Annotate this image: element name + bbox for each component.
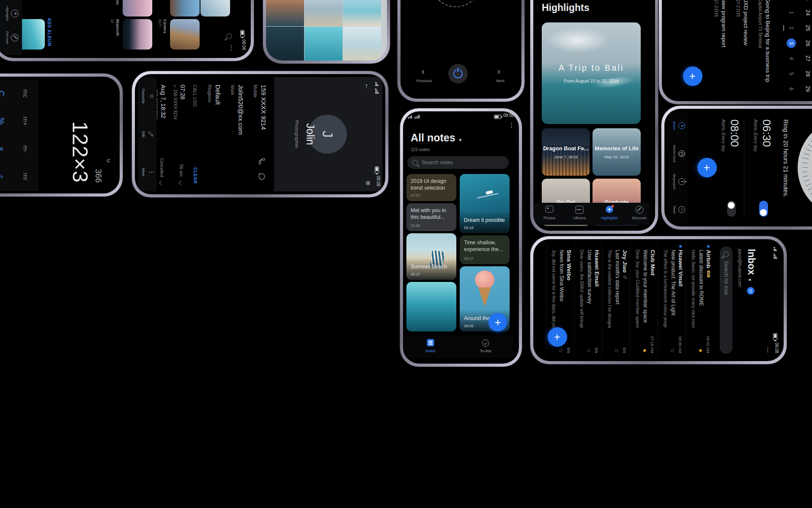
email-row-1[interactable]: AirbnbVIPLatest discount in ROMEHello Ji… bbox=[686, 242, 714, 358]
day-29[interactable]: 29 bbox=[805, 84, 811, 94]
star-outline-icon[interactable]: ☆ bbox=[669, 348, 676, 353]
calc-key-mc[interactable]: mc bbox=[13, 80, 38, 108]
tab-discover[interactable]: Discover bbox=[625, 203, 653, 225]
power-button[interactable] bbox=[448, 64, 468, 83]
tab-timer[interactable]: Timer bbox=[667, 196, 688, 223]
tab-discover[interactable]: Discover bbox=[0, 26, 22, 50]
day-2[interactable]: 2 bbox=[787, 23, 796, 33]
star-outline-icon[interactable]: ☆ bbox=[614, 348, 620, 353]
day-25[interactable]: 25 bbox=[805, 23, 811, 33]
email-row-2[interactable]: Huawei VmallNew product: The Art of Ligh… bbox=[658, 242, 686, 358]
note-card-left-1[interactable]: Met with you in this beautiful...06:58 bbox=[406, 203, 456, 231]
photo-thumbnail[interactable] bbox=[266, 27, 304, 61]
email-row-5[interactable]: Huawei EmailUser satisfaction surveyDear… bbox=[574, 242, 602, 358]
clear-call-log-button[interactable]: CLEAR bbox=[193, 167, 198, 184]
album-tile-Bluetooth[interactable] bbox=[123, 19, 152, 50]
day-1[interactable]: 1 bbox=[787, 8, 796, 17]
day-26[interactable]: 26 bbox=[805, 38, 811, 48]
previous-button[interactable]: Previous bbox=[411, 78, 438, 83]
next-button[interactable]: Next bbox=[487, 78, 514, 83]
search-input[interactable]: Search notes bbox=[407, 156, 509, 169]
action-favourite[interactable]: ☆Favourite bbox=[138, 83, 156, 109]
photo-thumbnail[interactable] bbox=[343, 27, 381, 61]
note-card-right-0[interactable]: Dream it possible06:18 bbox=[460, 174, 510, 233]
photo-thumbnail[interactable] bbox=[343, 0, 381, 26]
album-tile-branches[interactable] bbox=[170, 0, 200, 17]
calc-key-%[interactable]: % bbox=[0, 108, 14, 136]
tab-world-clock[interactable]: World clock bbox=[667, 140, 688, 167]
note-card-left-2[interactable]: Summer Beach05:17 bbox=[406, 233, 456, 280]
photo-thumbnail[interactable] bbox=[266, 0, 304, 26]
inbox-title[interactable]: Inbox bbox=[746, 249, 757, 275]
tab-albums[interactable]: Albums bbox=[565, 203, 593, 225]
qr-code-icon[interactable]: ⊞ bbox=[365, 181, 371, 185]
chevron-right-icon[interactable]: › bbox=[497, 66, 500, 76]
tab-highlights[interactable]: ★Highlights bbox=[595, 203, 623, 225]
event-title[interactable]: New program report bbox=[721, 0, 727, 94]
more-options-icon[interactable]: ⋯ bbox=[765, 347, 771, 353]
day-30[interactable]: 30 bbox=[787, 0, 796, 2]
event-title[interactable]: UXD project review bbox=[743, 0, 749, 94]
album-tile-Favourites[interactable] bbox=[123, 0, 152, 17]
alarm-toggle[interactable] bbox=[727, 201, 736, 217]
add-event-fab[interactable]: + bbox=[683, 66, 702, 86]
album-count: 3177 bbox=[158, 19, 162, 50]
star-outline-icon[interactable]: ☆ bbox=[558, 348, 564, 353]
compose-fab[interactable]: + bbox=[548, 327, 567, 347]
message-icon[interactable] bbox=[258, 173, 266, 180]
chevron-down-icon[interactable] bbox=[178, 180, 183, 185]
add-album-button[interactable]: ADD ALBUM bbox=[47, 14, 52, 51]
day-4[interactable]: 4 bbox=[787, 54, 796, 63]
day-23[interactable]: 23 bbox=[805, 0, 811, 3]
album-tile-New album[interactable] bbox=[200, 0, 230, 17]
note-card-left-0[interactable]: 2019 UI design trend selection07:07 bbox=[406, 174, 456, 201]
add-alarm-fab[interactable]: + bbox=[697, 158, 717, 177]
email-row-4[interactable]: Joy JiaoLast month's data reportThis is … bbox=[602, 242, 630, 358]
chevron-down-icon[interactable] bbox=[159, 180, 164, 185]
day-5[interactable]: 5 bbox=[787, 69, 796, 78]
calc-key-mr[interactable]: mr bbox=[13, 163, 38, 191]
calc-key-m-[interactable]: m- bbox=[13, 135, 38, 163]
tab-notes[interactable]: Notes bbox=[417, 336, 444, 358]
day-24[interactable]: 24 bbox=[805, 8, 811, 18]
day-6[interactable]: 6 bbox=[787, 84, 796, 94]
chevron-left-icon[interactable]: ‹ bbox=[422, 66, 425, 76]
notes-title[interactable]: All notes bbox=[411, 132, 455, 144]
tab-highlights[interactable]: ★Highlights bbox=[0, 2, 22, 25]
calc-key-C[interactable]: C bbox=[0, 80, 14, 108]
tab-stopwatch[interactable]: Stopwatch bbox=[667, 168, 688, 195]
calc-key-m+[interactable]: m+ bbox=[13, 108, 38, 136]
add-note-fab[interactable]: + bbox=[488, 313, 507, 331]
photo-thumbnail[interactable] bbox=[304, 0, 343, 26]
photo-thumbnail[interactable] bbox=[304, 27, 343, 61]
calc-key-×[interactable]: × bbox=[0, 135, 14, 163]
action-edit[interactable]: Edit bbox=[138, 121, 156, 147]
more-options-icon[interactable]: ⋯ bbox=[228, 44, 235, 51]
day-27[interactable]: 27 bbox=[805, 53, 811, 64]
highlight-tile-2[interactable]: Memories of LifeMay 20, 2019 bbox=[593, 128, 641, 176]
note-card-right-1[interactable]: Time shallow, experience the...05:37 bbox=[460, 235, 510, 264]
album-tile-Camera[interactable] bbox=[170, 19, 200, 50]
day-28[interactable]: 28 bbox=[805, 69, 811, 79]
calc-key-÷[interactable]: ÷ bbox=[0, 163, 14, 191]
email-row-3[interactable]: Club MedWelcome to your member spaceDear… bbox=[630, 242, 658, 358]
alarm-toggle[interactable] bbox=[759, 201, 768, 217]
star-filled-icon[interactable]: ★ bbox=[642, 348, 648, 353]
tab-alarm[interactable]: Alarm bbox=[667, 112, 688, 139]
note-card-left-3[interactable] bbox=[406, 282, 456, 331]
tab-photos[interactable]: Photos bbox=[535, 203, 563, 225]
star-outline-icon[interactable]: ☆ bbox=[586, 348, 592, 353]
event-title[interactable]: Going to Beijing for a business trip bbox=[765, 0, 771, 94]
highlight-tile-1[interactable]: Dragon Boat Fe...June 7, 2019 bbox=[542, 128, 590, 176]
more-options-icon[interactable]: ⋮ bbox=[508, 121, 515, 129]
tab-albums[interactable]: Albums bbox=[0, 0, 22, 1]
day-3[interactable]: 3 bbox=[787, 39, 796, 48]
search-icon[interactable] bbox=[226, 33, 232, 39]
search-mail-input[interactable]: Search for mail bbox=[720, 246, 732, 354]
action-more[interactable]: ⋮More bbox=[138, 160, 156, 185]
back-icon[interactable]: ← bbox=[364, 83, 371, 89]
call-icon[interactable] bbox=[258, 157, 266, 165]
highlight-hero-card[interactable]: A Trip to Bali From August 10 to 20, 201… bbox=[542, 22, 641, 124]
star-filled-icon[interactable]: ★ bbox=[697, 348, 704, 353]
tab-to-dos[interactable]: To-dos bbox=[472, 336, 499, 358]
